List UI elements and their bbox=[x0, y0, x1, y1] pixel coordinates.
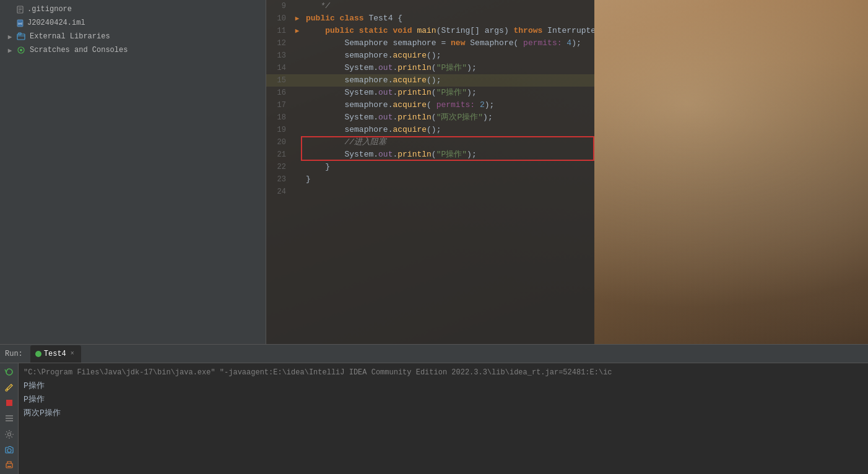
main-area: .gitignore iml J20240424.iml ▶ External … bbox=[0, 0, 868, 344]
run-tab-test4[interactable]: Test4 × bbox=[30, 345, 81, 363]
iml-icon: iml bbox=[15, 18, 25, 28]
run-output: "C:\Program Files\Java\jdk-17\bin\java.e… bbox=[19, 363, 868, 474]
list-button[interactable] bbox=[2, 413, 16, 424]
build-button[interactable] bbox=[2, 381, 16, 393]
sidebar-item-gitignore[interactable]: .gitignore bbox=[0, 2, 266, 16]
red-box-group: 20 //进入阻塞 21 System.out.println("P操作"); bbox=[266, 136, 594, 161]
svg-rect-18 bbox=[6, 463, 12, 468]
code-line-22: 22 } bbox=[266, 161, 594, 173]
svg-point-11 bbox=[6, 389, 7, 391]
svg-point-17 bbox=[7, 449, 11, 452]
svg-text:iml: iml bbox=[18, 22, 22, 25]
code-line-19: 19 semaphore.acquire(); bbox=[266, 124, 594, 136]
run-output-line-2: P操作 bbox=[24, 393, 863, 407]
code-line-9: 9 */ bbox=[266, 0, 594, 12]
code-line-11: 11 ▶ public static void main(String[] ar… bbox=[266, 25, 594, 37]
sidebar: .gitignore iml J20240424.iml ▶ External … bbox=[0, 0, 266, 344]
settings-button[interactable] bbox=[2, 428, 16, 440]
code-line-20: 20 //进入阻塞 bbox=[266, 136, 594, 149]
print-button[interactable] bbox=[2, 460, 16, 472]
sidebar-item-iml[interactable]: iml J20240424.iml bbox=[0, 16, 266, 30]
editor-area: 9 */ 10 ▶ public class Test4 { 11 ▶ publ… bbox=[266, 0, 594, 344]
run-panel: Run: Test4 × bbox=[0, 344, 868, 474]
svg-rect-12 bbox=[6, 400, 12, 406]
code-lines: 9 */ 10 ▶ public class Test4 { 11 ▶ publ… bbox=[266, 0, 594, 344]
ext-libs-icon bbox=[16, 32, 26, 41]
code-line-10: 10 ▶ public class Test4 { bbox=[266, 12, 594, 25]
code-line-13: 13 semaphore.acquire(); bbox=[266, 50, 594, 62]
tab-close-button[interactable]: × bbox=[69, 350, 76, 358]
run-cmd-line: "C:\Program Files\Java\jdk-17\bin\java.e… bbox=[24, 366, 863, 379]
svg-rect-19 bbox=[7, 466, 11, 467]
svg-point-10 bbox=[20, 49, 22, 51]
tab-icon-green bbox=[35, 351, 41, 357]
code-line-12: 12 Semaphore semaphore = new Semaphore( … bbox=[266, 37, 594, 50]
right-panel: 9 */ 10 ▶ public class Test4 { 11 ▶ publ… bbox=[266, 0, 868, 344]
camera-button[interactable] bbox=[2, 444, 16, 455]
code-line-21: 21 System.out.println("P操作"); bbox=[266, 149, 594, 161]
code-line-15: 15 semaphore.acquire(); bbox=[266, 74, 594, 87]
code-line-18: 18 System.out.println("两次P操作"); bbox=[266, 111, 594, 124]
stop-button[interactable] bbox=[2, 397, 16, 409]
run-output-line-3: 两次P操作 bbox=[24, 407, 863, 420]
code-line-16: 16 System.out.println("P操作"); bbox=[266, 87, 594, 99]
scratches-label: Scratches and Consoles bbox=[30, 46, 128, 54]
run-output-line-1: P操作 bbox=[24, 379, 863, 393]
run-tab-label: Test4 bbox=[44, 350, 66, 358]
scratches-icon bbox=[16, 45, 26, 55]
code-line-24: 24 bbox=[266, 186, 594, 198]
ext-libs-arrow-icon: ▶ bbox=[5, 32, 15, 41]
run-content: "C:\Program Files\Java\jdk-17\bin\java.e… bbox=[0, 363, 868, 474]
svg-point-16 bbox=[7, 433, 11, 436]
ext-libs-label: External Libraries bbox=[30, 32, 110, 41]
code-line-14: 14 System.out.println("P操作"); bbox=[266, 62, 594, 74]
gitignore-icon bbox=[15, 4, 25, 14]
scratches-arrow-icon: ▶ bbox=[5, 45, 15, 55]
rerun-button[interactable] bbox=[2, 366, 16, 377]
run-label: Run: bbox=[5, 350, 23, 358]
sidebar-item-scratches[interactable]: ▶ Scratches and Consoles bbox=[0, 43, 266, 57]
sidebar-tree: .gitignore iml J20240424.iml ▶ External … bbox=[0, 0, 266, 344]
sidebar-item-external-libs[interactable]: ▶ External Libraries bbox=[0, 30, 266, 43]
run-left-toolbar bbox=[0, 363, 19, 474]
iml-label: J20240424.iml bbox=[27, 19, 85, 27]
run-tabs: Run: Test4 × bbox=[0, 345, 868, 363]
code-line-23: 23 } bbox=[266, 173, 594, 186]
code-line-17: 17 semaphore.acquire( permits: 2); bbox=[266, 99, 594, 111]
gitignore-label: .gitignore bbox=[27, 5, 72, 14]
